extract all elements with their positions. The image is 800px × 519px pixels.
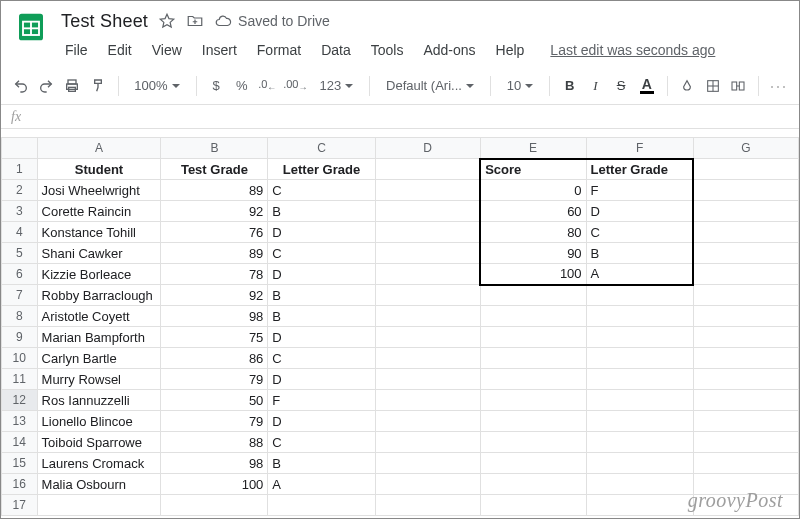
cell[interactable]: 89 (161, 243, 268, 264)
cell[interactable] (586, 411, 693, 432)
cell[interactable]: 88 (161, 432, 268, 453)
cell[interactable] (693, 495, 798, 516)
cell[interactable] (375, 432, 480, 453)
sheets-logo[interactable] (11, 7, 51, 47)
menu-data[interactable]: Data (317, 40, 355, 60)
cell[interactable] (693, 222, 798, 243)
cell[interactable]: 89 (161, 180, 268, 201)
cell[interactable]: Toiboid Sparrowe (37, 432, 161, 453)
col-header[interactable]: A (37, 138, 161, 159)
cell[interactable] (480, 327, 586, 348)
cell[interactable] (586, 495, 693, 516)
row-header[interactable]: 1 (2, 159, 38, 180)
cell[interactable]: F (268, 390, 375, 411)
cell[interactable]: B (268, 201, 375, 222)
cell[interactable]: D (268, 327, 375, 348)
increase-decimal-button[interactable]: .00→ (283, 73, 307, 99)
cell[interactable]: D (268, 264, 375, 285)
col-header[interactable]: E (480, 138, 586, 159)
cell[interactable] (268, 495, 375, 516)
italic-button[interactable]: I (586, 73, 606, 99)
cell[interactable] (693, 432, 798, 453)
cell[interactable] (693, 306, 798, 327)
cell[interactable] (37, 495, 161, 516)
row-header[interactable]: 6 (2, 264, 38, 285)
cell[interactable]: Murry Rowsel (37, 369, 161, 390)
more-toolbar-icon[interactable]: ⋯ (769, 75, 789, 97)
row-header[interactable]: 2 (2, 180, 38, 201)
cell[interactable]: Konstance Tohill (37, 222, 161, 243)
cell[interactable]: Marian Bampforth (37, 327, 161, 348)
cell[interactable]: Kizzie Borleace (37, 264, 161, 285)
menu-help[interactable]: Help (492, 40, 529, 60)
cell[interactable]: Lionello Blincoe (37, 411, 161, 432)
cell[interactable]: 98 (161, 453, 268, 474)
cell[interactable]: A (586, 264, 693, 285)
cell[interactable] (375, 159, 480, 180)
cell[interactable] (586, 348, 693, 369)
row-header[interactable]: 8 (2, 306, 38, 327)
col-header[interactable]: C (268, 138, 375, 159)
cell[interactable] (375, 474, 480, 495)
cell[interactable] (693, 369, 798, 390)
cell[interactable] (375, 306, 480, 327)
cell[interactable] (375, 369, 480, 390)
cell[interactable] (480, 306, 586, 327)
cell[interactable] (693, 390, 798, 411)
formula-bar[interactable]: fx (1, 105, 799, 129)
cell[interactable] (586, 327, 693, 348)
cell[interactable] (375, 243, 480, 264)
cell[interactable] (693, 327, 798, 348)
text-color-button[interactable]: A (637, 73, 657, 99)
cell[interactable] (586, 432, 693, 453)
cell[interactable] (693, 243, 798, 264)
spreadsheet-grid[interactable]: A B C D E F G 1StudentTest GradeLetter G… (1, 137, 799, 518)
cell[interactable] (480, 390, 586, 411)
cell[interactable] (480, 474, 586, 495)
cell[interactable]: B (268, 285, 375, 306)
cell[interactable]: A (268, 474, 375, 495)
font-size-select[interactable]: 10 (501, 73, 539, 99)
cell[interactable] (161, 495, 268, 516)
select-all-corner[interactable] (2, 138, 38, 159)
redo-button[interactable] (37, 73, 57, 99)
row-header[interactable]: 17 (2, 495, 38, 516)
menu-format[interactable]: Format (253, 40, 305, 60)
currency-format-button[interactable]: $ (206, 73, 226, 99)
borders-button[interactable] (703, 73, 723, 99)
cell[interactable]: Robby Barraclough (37, 285, 161, 306)
cell[interactable] (693, 201, 798, 222)
row-header[interactable]: 5 (2, 243, 38, 264)
number-format-select[interactable]: 123 (314, 73, 360, 99)
row-header[interactable]: 3 (2, 201, 38, 222)
cell[interactable]: 100 (480, 264, 586, 285)
cell[interactable]: 92 (161, 285, 268, 306)
cell[interactable]: C (586, 222, 693, 243)
star-icon[interactable] (158, 12, 176, 30)
cell[interactable]: Corette Raincin (37, 201, 161, 222)
col-header[interactable]: D (375, 138, 480, 159)
cell[interactable]: 92 (161, 201, 268, 222)
fill-color-button[interactable] (677, 73, 697, 99)
cell[interactable]: 75 (161, 327, 268, 348)
percent-format-button[interactable]: % (232, 73, 252, 99)
cell[interactable]: Student (37, 159, 161, 180)
cell[interactable] (375, 201, 480, 222)
row-header[interactable]: 7 (2, 285, 38, 306)
cell[interactable]: B (268, 306, 375, 327)
cell[interactable] (480, 432, 586, 453)
cell[interactable] (693, 453, 798, 474)
move-to-folder-icon[interactable] (186, 12, 204, 30)
cell[interactable] (586, 474, 693, 495)
cell[interactable] (480, 495, 586, 516)
cell[interactable]: Letter Grade (586, 159, 693, 180)
menu-addons[interactable]: Add-ons (419, 40, 479, 60)
cell[interactable] (375, 327, 480, 348)
menu-view[interactable]: View (148, 40, 186, 60)
row-header[interactable]: 9 (2, 327, 38, 348)
merge-cells-button[interactable] (729, 73, 749, 99)
cell[interactable]: 79 (161, 369, 268, 390)
bold-button[interactable]: B (560, 73, 580, 99)
cell[interactable]: 60 (480, 201, 586, 222)
cell[interactable] (693, 159, 798, 180)
